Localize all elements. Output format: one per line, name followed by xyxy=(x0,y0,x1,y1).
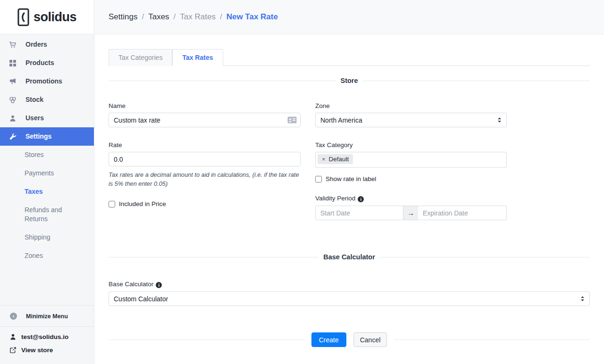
base-calculator-field-group: Base Calculatori Custom Calculator xyxy=(109,281,590,306)
base-calculator-select-value: Custom Calculator xyxy=(114,295,168,303)
validity-period-label: Validity Periodi xyxy=(315,195,507,202)
account-email-link[interactable]: test@solidus.io xyxy=(9,333,89,340)
sidebar-item-label: Promotions xyxy=(25,77,62,86)
person-icon xyxy=(9,333,17,340)
sidebar-subitem-payments[interactable]: Payments xyxy=(0,164,94,182)
tax-category-field-group: Tax Category × Default xyxy=(315,141,507,168)
page-content: Tax Categories Tax Rates Store Name Rate xyxy=(94,34,604,347)
sidebar-item-label: Products xyxy=(25,58,54,67)
divider xyxy=(363,81,590,81)
rate-help-text: Tax rates are a decimal amount to aid in… xyxy=(109,170,301,188)
breadcrumb-separator: / xyxy=(220,12,222,22)
sidebar-item-settings[interactable]: Settings xyxy=(0,127,94,146)
rate-label: Rate xyxy=(109,141,301,149)
sidebar-footer: ‹ Minimize Menu test@solidus.io View sto… xyxy=(0,305,94,364)
sidebar-item-stock[interactable]: Stock xyxy=(0,91,94,109)
divider xyxy=(109,339,304,340)
base-calculator-select[interactable]: Custom Calculator xyxy=(109,291,590,306)
form-left-column: Name Rate Tax rates are a decimal amount… xyxy=(109,102,301,220)
tab-tax-rates[interactable]: Tax Rates xyxy=(172,49,223,66)
divider xyxy=(394,339,590,340)
tax-rate-form: Name Rate Tax rates are a decimal amount… xyxy=(109,102,590,220)
sidebar-subitem-zones[interactable]: Zones xyxy=(0,247,94,265)
sidebar-item-promotions[interactable]: Promotions xyxy=(0,72,94,91)
show-rate-in-label-checkbox[interactable] xyxy=(315,176,322,182)
wrench-icon xyxy=(9,133,17,141)
divider xyxy=(109,257,319,257)
sidebar-subitem-refunds-and-returns[interactable]: Refunds and Returns xyxy=(0,201,94,228)
breadcrumb-current-page: New Tax Rate xyxy=(226,12,278,22)
tax-category-label: Tax Category xyxy=(315,141,507,149)
included-in-price-row: Included in Price xyxy=(109,200,301,207)
rate-input[interactable] xyxy=(109,152,301,166)
validity-period-group: Validity Periodi → xyxy=(315,195,507,220)
sidebar-nav: Orders Products Promotions Stock Users S… xyxy=(0,34,94,265)
show-rate-in-label-label: Show rate in label xyxy=(326,175,376,182)
base-calculator-section-title: Base Calculator xyxy=(323,253,375,261)
tab-tax-categories[interactable]: Tax Categories xyxy=(109,49,172,66)
minimize-menu-button[interactable]: ‹ Minimize Menu xyxy=(0,306,94,326)
chevron-left-circle-icon: ‹ xyxy=(10,313,17,320)
store-section-title: Store xyxy=(340,77,358,84)
sidebar-item-orders[interactable]: Orders xyxy=(0,35,94,54)
breadcrumb-tax-rates[interactable]: Tax Rates xyxy=(180,12,216,22)
name-label: Name xyxy=(109,102,301,109)
account-section: test@solidus.io View store xyxy=(0,327,94,364)
store-section-legend: Store xyxy=(109,77,590,84)
start-date-input[interactable] xyxy=(315,206,403,220)
account-email: test@solidus.io xyxy=(21,333,68,340)
sidebar-item-products[interactable]: Products xyxy=(0,54,94,72)
breadcrumb-separator: / xyxy=(174,12,176,22)
arrow-right-icon[interactable]: → xyxy=(403,206,418,220)
info-icon: i xyxy=(358,196,364,202)
show-rate-row: Show rate in label xyxy=(315,175,507,182)
sidebar-item-label: Stock xyxy=(25,95,43,104)
cancel-button[interactable]: Cancel xyxy=(353,332,387,347)
expiration-date-input[interactable] xyxy=(418,206,507,220)
sidebar: solidus Orders Products Promotions Stock… xyxy=(0,0,94,364)
divider xyxy=(109,81,336,81)
tabs: Tax Categories Tax Rates xyxy=(109,49,590,66)
external-link-icon xyxy=(9,347,17,354)
view-store-link[interactable]: View store xyxy=(9,347,89,354)
breadcrumb-taxes[interactable]: Taxes xyxy=(148,12,169,22)
sidebar-subitem-stores[interactable]: Stores xyxy=(0,146,94,164)
cart-icon xyxy=(9,41,17,49)
logo[interactable]: solidus xyxy=(0,0,94,34)
user-icon xyxy=(9,115,17,122)
tax-category-multiselect[interactable]: × Default xyxy=(315,152,507,168)
form-actions: Create Cancel xyxy=(109,332,590,347)
sidebar-item-label: Settings xyxy=(25,132,51,141)
base-calculator-section-legend: Base Calculator xyxy=(109,253,590,261)
sidebar-subitem-shipping[interactable]: Shipping xyxy=(0,228,94,247)
included-in-price-label: Included in Price xyxy=(119,200,166,207)
base-calculator-label: Base Calculatori xyxy=(109,281,590,288)
stock-icon xyxy=(9,96,17,104)
zone-select[interactable]: North America xyxy=(315,113,507,127)
contact-card-icon xyxy=(287,116,297,125)
megaphone-icon xyxy=(9,78,17,85)
rate-field-group: Rate Tax rates are a decimal amount to a… xyxy=(109,141,301,188)
sidebar-item-users[interactable]: Users xyxy=(0,109,94,127)
sidebar-subitem-taxes[interactable]: Taxes xyxy=(0,182,94,201)
main-area: Settings / Taxes / Tax Rates / New Tax R… xyxy=(94,0,604,364)
name-input[interactable] xyxy=(109,113,301,127)
logo-wordmark: solidus xyxy=(34,10,76,25)
view-store-label: View store xyxy=(21,347,53,354)
sidebar-item-label: Orders xyxy=(25,40,47,49)
grid-icon xyxy=(9,59,17,67)
tax-category-tag: × Default xyxy=(318,154,353,164)
remove-tag-icon[interactable]: × xyxy=(322,156,326,162)
name-field-group: Name xyxy=(109,102,301,127)
tax-category-tag-label: Default xyxy=(329,156,349,163)
zone-field-group: Zone North America xyxy=(315,102,507,127)
zone-select-value: North America xyxy=(320,116,362,124)
included-in-price-checkbox[interactable] xyxy=(109,201,115,207)
create-button[interactable]: Create xyxy=(311,332,346,347)
select-caret-icon xyxy=(580,295,585,302)
zone-label: Zone xyxy=(315,102,507,109)
breadcrumb-settings[interactable]: Settings xyxy=(109,12,137,22)
form-right-column: Zone North America Tax Category × Defaul… xyxy=(315,102,507,220)
select-caret-icon xyxy=(497,116,502,124)
breadcrumb-separator: / xyxy=(142,12,144,22)
